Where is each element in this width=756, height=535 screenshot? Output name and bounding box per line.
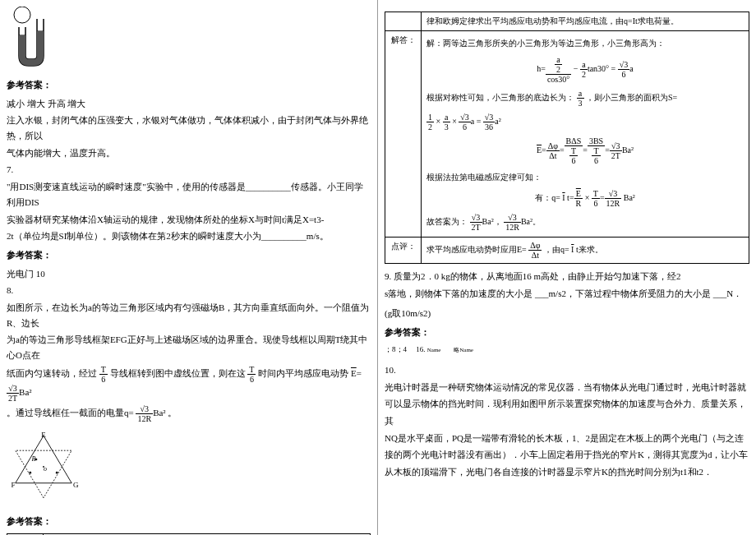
svg-marker-4 xyxy=(16,450,71,498)
q8-line4-b: 。 xyxy=(168,408,177,417)
comment-label: 点评： xyxy=(385,238,422,264)
solve-line5-a: 故答案为： xyxy=(426,217,468,226)
svg-point-9 xyxy=(35,458,38,460)
q8-line3: 纸面内匀速转动，经过 T6 导线框转到图中虚线位置，则在这 T6 时间内平均感应… xyxy=(7,365,371,403)
q9-line3: (g取10m/s2) xyxy=(385,306,749,321)
svg-text:G: G xyxy=(73,481,79,489)
solve-line4-a: 有：q= xyxy=(535,193,560,202)
svg-text:E: E xyxy=(41,431,46,439)
frac-ans-1: √32T xyxy=(470,213,482,232)
q7-line3: 2t（单位均是SI制单位）。则该物体在第2秒末的瞬时速度大小为_________… xyxy=(7,228,371,244)
q8-line4: 。通过导线框任一截面的电量q= √312RBa² 。 xyxy=(7,404,371,423)
frac-a-3: a3 xyxy=(577,89,584,108)
q10-line1: 光电计时器是一种研究物体运动情况的常见仪器．当有物体从光电门通过时，光电计时器就 xyxy=(385,380,749,395)
q10-line2: 可以显示物体的挡光时间．现利用如图甲所示装置探究物体的加速度与合外力、质量关系， xyxy=(385,396,749,412)
E-bar: E xyxy=(351,368,357,378)
comment-text-2: ，由q= xyxy=(544,245,569,254)
q8-number: 8. xyxy=(7,283,371,298)
svg-text:F: F xyxy=(11,481,15,489)
q10-number: 10. xyxy=(385,362,749,378)
answer-label-9: 参考答案： xyxy=(385,325,749,340)
q10-line6: 从木板的顶端滑下，光电门各自连接的计时器显示窄片K的挡光时间分别为t1和t2． xyxy=(385,464,749,480)
q8-line3-b: 导线框转到图中虚线位置，则在这 xyxy=(110,368,246,378)
ans9-a: ；8；4 xyxy=(385,345,407,353)
u-tube-diagram xyxy=(7,7,56,72)
answer-label-8: 参考答案： xyxy=(7,514,371,529)
q8-line3-a: 纸面内匀速转动，经过 xyxy=(7,368,97,378)
answer-6-line2: 注入水银，封闭气体的压强变大，水银对气体做功，气体体积减小，由于封闭气体与外界绝… xyxy=(7,113,371,143)
q8-line3-c: 时间内平均感应电动势 xyxy=(258,368,348,378)
answer-6-line1: 减小 增大 升高 增大 xyxy=(7,96,371,112)
svg-point-12 xyxy=(29,472,31,474)
answer-7: 光电门 10 xyxy=(7,266,371,282)
comment-text-3: t来求。 xyxy=(576,245,603,254)
solve-line2-b: ，则小三角形的面积为S= xyxy=(586,93,677,102)
comment-text-1: 求平均感应电动势时应用E= xyxy=(426,245,527,254)
star-of-david-diagram: E F G B o xyxy=(7,430,81,504)
fraction-charge: √312R xyxy=(136,404,153,423)
solve-line3: 根据法拉第电磁感应定律可知： xyxy=(426,170,744,184)
solve-line1: 解：两等边三角形所夹的小三角形为等边三角形，小三角形高为： xyxy=(426,36,744,50)
svg-point-0 xyxy=(14,7,30,23)
q8-line4-a: 。通过导线框任一截面的电量q= xyxy=(7,408,134,417)
frac-ans-2: √312R xyxy=(504,213,521,232)
solve-line5: 故答案为： √32TBa²， √312RBa²。 xyxy=(426,213,744,232)
svg-point-13 xyxy=(56,472,58,474)
solution-table: 律和欧姆定律求出平均感应电动势和平均感应电流，由q=It求电荷量。 解答： 解：… xyxy=(385,12,749,264)
fraction-T-6-b: T6 xyxy=(247,365,256,384)
solve-line2-a: 根据对称性可知，小三角形的底边长为： xyxy=(426,93,574,102)
formula-emf: E=ΔφΔt=BΔST6=3BST6=√32TBa² xyxy=(426,136,744,165)
answer-9: ；8；4 16. Name 略Name xyxy=(385,344,749,356)
q10-line4: NQ是水平桌面，PQ是一端带有滑轮的长木板，1、2是固定在木板上的两个光电门（与… xyxy=(385,431,749,446)
answer-6-line3: 气体内能增大，温度升高。 xyxy=(7,145,371,161)
q7-line2: 实验器材研究某物体沿X轴运动的规律，发现物体所处的坐标X与时间t满足X=t3- xyxy=(7,212,371,228)
answer-label-6: 参考答案： xyxy=(7,77,371,93)
solution-top-line: 律和欧姆定律求出平均感应电动势和平均感应电流，由q=It求电荷量。 xyxy=(422,12,749,31)
I-bar: I xyxy=(571,245,574,254)
q10-line5: 接的两个光电计时器没有画出）．小车上固定着用于挡光的窄片K，测得其宽度为d，让小… xyxy=(385,447,749,463)
solve-content: 解：两等边三角形所夹的小三角形为等边三角形，小三角形高为： h=a2cos30°… xyxy=(422,31,749,238)
comment-content: 求平均感应电动势时应用E= ΔφΔt ，由q= I t来求。 xyxy=(422,238,749,264)
formula-q: 有：q= I t=ER × T6=√312R Ba² xyxy=(426,189,744,208)
fraction-emf: √32T xyxy=(7,384,19,403)
answer-label-7: 参考答案： xyxy=(7,247,371,263)
q10-line3: 其 xyxy=(385,413,749,429)
q7-line1: "用DIS测变速直线运动的瞬时速度"实验中，使用的传感器是__________传… xyxy=(7,179,371,210)
svg-marker-3 xyxy=(16,436,71,483)
q7-number: 7. xyxy=(7,162,371,178)
q8-line1: 如图所示，在边长为a的等边三角形区域内有匀强磁场B，其方向垂直纸面向外。一个阻值… xyxy=(7,300,371,330)
q9-line1: 9. 质量为2．0 kg的物体，从离地面16 m高处，由静止开始匀加速下落，经2 xyxy=(385,269,749,284)
formula-height: h=a2cos30° − a2tan30° = √36a xyxy=(426,55,744,84)
q9-line2: s落地，则物体下落的加速度的大小是 ___m/s2，下落过程中物体所受阻力的大小… xyxy=(385,286,749,302)
ans9-b: 16. xyxy=(416,345,425,353)
solve-label: 解答： xyxy=(385,31,422,238)
fraction-T-6: T6 xyxy=(99,365,108,384)
solve-line2: 根据对称性可知，小三角形的底边长为： a3 ，则小三角形的面积为S= xyxy=(426,89,744,108)
q8-line2: 为a的等边三角形导线框架EFG正好与上述磁场区域的边界重合。现使导线框以周期T绕… xyxy=(7,332,371,362)
svg-point-11 xyxy=(43,466,44,468)
frac-comment-1: ΔφΔt xyxy=(528,241,542,260)
formula-area: 12 × a3 × √36a = √336a² xyxy=(426,113,744,131)
